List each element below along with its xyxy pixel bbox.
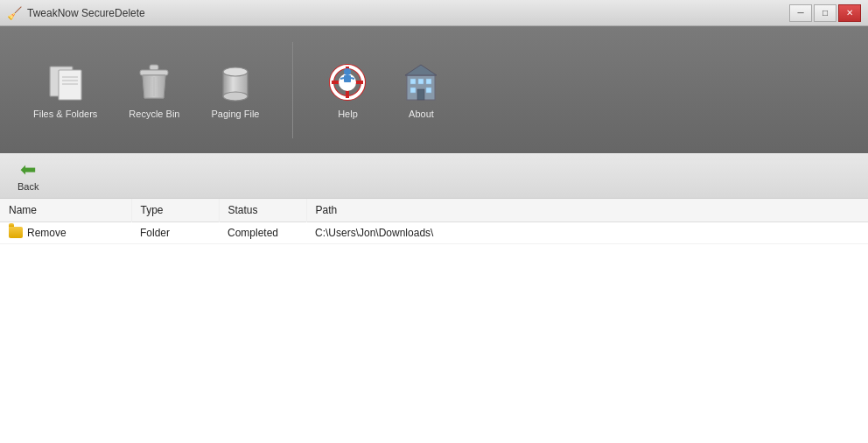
toolbar-label-help: Help xyxy=(338,109,358,119)
column-header-path: Path xyxy=(306,199,868,222)
title-bar-left: 🧹 TweakNow SecureDelete xyxy=(7,6,145,20)
back-arrow-icon: ⬅ xyxy=(20,160,36,179)
paging-icon xyxy=(214,61,256,103)
title-bar: 🧹 TweakNow SecureDelete ─ □ ✕ xyxy=(0,0,868,26)
toolbar-item-paging-file[interactable]: Paging File xyxy=(195,54,275,126)
svg-rect-5 xyxy=(150,65,158,70)
toolbar-group-main: Files & Folders xyxy=(18,42,293,138)
app-icon: 🧹 xyxy=(7,6,22,20)
table-body: RemoveFolderCompletedC:\Users\Jon\Downlo… xyxy=(0,222,868,244)
results-table: Name Type Status Path RemoveFolderComple… xyxy=(0,199,868,244)
toolbar-label-files-folders: Files & Folders xyxy=(33,109,97,119)
column-header-status: Status xyxy=(219,199,306,222)
toolbar-group-right: Help About xyxy=(311,54,458,126)
toolbar-label-recycle-bin: Recycle Bin xyxy=(129,109,179,119)
svg-point-18 xyxy=(344,68,351,75)
table-row: RemoveFolderCompletedC:\Users\Jon\Downlo… xyxy=(0,222,868,244)
svg-marker-23 xyxy=(405,65,437,75)
toolbar-item-recycle-bin[interactable]: Recycle Bin xyxy=(113,54,195,126)
toolbar-item-files-folders[interactable]: Files & Folders xyxy=(18,54,113,126)
window-controls: ─ □ ✕ xyxy=(789,4,861,22)
svg-rect-27 xyxy=(410,88,416,93)
maximize-button[interactable]: □ xyxy=(814,4,836,22)
cell-type: Folder xyxy=(131,222,219,244)
cell-status: Completed xyxy=(219,222,306,244)
about-icon xyxy=(400,61,442,103)
cell-path: C:\Users\Jon\Downloads\ xyxy=(306,222,868,244)
toolbar: Files & Folders xyxy=(0,26,868,153)
help-icon xyxy=(326,61,368,103)
table-header-row: Name Type Status Path xyxy=(0,199,868,222)
svg-rect-26 xyxy=(426,79,431,84)
svg-rect-25 xyxy=(418,79,424,84)
svg-point-11 xyxy=(223,67,248,76)
column-header-name: Name xyxy=(0,199,131,222)
minimize-button[interactable]: ─ xyxy=(789,4,812,22)
svg-rect-24 xyxy=(410,79,416,84)
toolbar-label-about: About xyxy=(409,109,434,119)
svg-rect-1 xyxy=(59,70,81,100)
svg-point-12 xyxy=(223,92,248,101)
column-header-type: Type xyxy=(131,199,219,222)
toolbar-label-paging-file: Paging File xyxy=(211,109,259,119)
toolbar-item-help[interactable]: Help xyxy=(311,54,384,126)
back-button[interactable]: ⬅ Back xyxy=(10,157,46,195)
cell-name: Remove xyxy=(0,222,131,244)
files-icon xyxy=(45,61,87,103)
svg-rect-29 xyxy=(417,89,424,100)
svg-rect-28 xyxy=(426,88,431,93)
nav-bar: ⬅ Back xyxy=(0,153,868,199)
content-area: Name Type Status Path RemoveFolderComple… xyxy=(0,199,868,443)
recycle-icon xyxy=(133,61,175,103)
back-label: Back xyxy=(18,181,38,192)
folder-icon xyxy=(9,227,23,238)
app-title: TweakNow SecureDelete xyxy=(27,7,145,19)
toolbar-item-about[interactable]: About xyxy=(384,54,458,126)
svg-rect-19 xyxy=(344,75,351,82)
svg-rect-6 xyxy=(140,70,168,75)
row-name-text: Remove xyxy=(27,227,66,239)
svg-line-20 xyxy=(340,78,344,79)
close-button[interactable]: ✕ xyxy=(838,4,861,22)
svg-line-21 xyxy=(351,78,354,79)
